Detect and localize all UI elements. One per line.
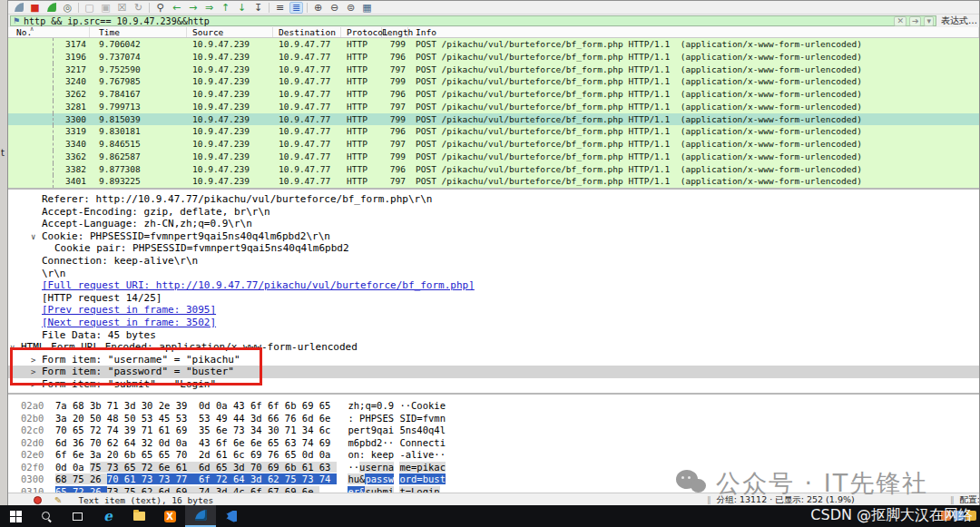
go-bottom-icon[interactable]: ↓ (235, 2, 249, 14)
toolbar-separator (78, 3, 79, 13)
taskbar-xampp-button[interactable]: X (154, 505, 185, 527)
detail-line[interactable]: [Prev request in frame: 3095] (8, 304, 979, 317)
column-no[interactable]: ∧No. (8, 27, 90, 37)
filter-clear-icon[interactable]: ✕ (894, 16, 906, 26)
detail-line[interactable]: \r\n (8, 268, 979, 280)
filter-apply-icon[interactable]: ➔ (909, 16, 922, 26)
packet-row[interactable]: 31969.73707410.9.47.23910.9.47.77HTTP796… (8, 51, 979, 63)
column-info[interactable]: Info (408, 27, 979, 37)
packet-row[interactable]: 33009.81503910.9.47.23910.9.47.77HTTP799… (8, 113, 979, 126)
detail-text[interactable]: [Prev request in frame: 3095] (42, 304, 216, 316)
start-capture-icon[interactable] (12, 2, 25, 14)
system-tray[interactable] (941, 511, 976, 521)
open-file-icon[interactable]: ▢ (83, 2, 96, 14)
status-bar: ✎ Text item (text), 16 bytes ‖分组: 13112 … (8, 493, 979, 506)
save-file-icon[interactable]: ▣ (99, 2, 113, 14)
stop-capture-icon[interactable]: ■ (28, 2, 42, 14)
hex-row[interactable]: 02d0 6d 36 70 62 64 32 0d 0a 43 6f 6e 6e… (21, 437, 979, 450)
packet-row[interactable]: 33629.86258710.9.47.23910.9.47.77HTTP799… (8, 151, 979, 163)
autoscroll-icon[interactable]: ≣ (289, 2, 303, 14)
hex-row[interactable]: 02b0 3a 20 50 48 50 53 45 53 53 49 44 3d… (21, 413, 979, 425)
detail-line[interactable]: >Form item: "password" = "buster" (8, 366, 979, 378)
expander-icon[interactable]: > (31, 379, 42, 392)
packet-row[interactable]: 33829.87730810.9.47.23910.9.47.77HTTP796… (8, 163, 979, 176)
detail-text: Referer: http://10.9.47.77/pikachu/vul/b… (42, 193, 432, 205)
expander-icon[interactable]: > (31, 366, 42, 379)
hex-row[interactable]: 0300 68 75 26 70 61 73 73 77 6f 72 64 3d… (21, 473, 979, 486)
packet-row[interactable]: 32629.78416710.9.47.23910.9.47.77HTTP796… (8, 88, 979, 101)
find-packet-icon[interactable]: ⚲ (153, 2, 167, 14)
taskbar-wireshark-button[interactable] (185, 505, 216, 527)
tray-icon-1[interactable] (941, 511, 951, 521)
capture-options-icon[interactable]: ◎ (61, 2, 74, 14)
packet-row[interactable]: 32819.79971310.9.47.23910.9.47.77HTTP797… (8, 101, 979, 113)
expander-icon[interactable]: ∨ (10, 342, 21, 355)
packet-row[interactable]: 33199.83018110.9.47.23910.9.47.77HTTP796… (8, 125, 979, 138)
tray-icon-2[interactable] (954, 511, 964, 521)
colorize-icon[interactable]: ≡ (273, 2, 287, 14)
zoom-in-icon[interactable]: ⊕ (311, 2, 325, 14)
display-filter-input[interactable] (24, 16, 891, 26)
hex-row[interactable]: 02f0 0d 0a 75 73 65 72 6e 61 6d 65 3d 70… (21, 462, 979, 474)
filter-dropdown-icon[interactable]: ▾ (924, 16, 934, 26)
column-source[interactable]: Source (187, 27, 273, 37)
detail-text[interactable]: [Next request in frame: 3502] (42, 317, 216, 328)
detail-line[interactable]: [Next request in frame: 3502] (8, 317, 979, 329)
hex-row[interactable]: 0310 65 72 26 73 75 62 6d 69 74 3d 4c 6f… (21, 486, 979, 493)
go-back-icon[interactable]: ← (170, 2, 183, 14)
go-last-icon[interactable]: ↧ (251, 2, 265, 14)
detail-line[interactable]: File Data: 45 bytes (8, 329, 979, 342)
detail-line[interactable]: [HTTP request 14/25] (8, 292, 979, 305)
hex-row[interactable]: 02c0 70 65 72 74 39 71 61 69 35 6e 73 34… (21, 425, 979, 437)
capture-comment-icon[interactable]: ✎ (54, 495, 62, 505)
detail-line[interactable]: [Full request URI: http://10.9.47.77/pik… (8, 279, 979, 292)
column-length[interactable]: Length (382, 27, 408, 37)
restart-capture-icon[interactable] (44, 2, 58, 14)
detail-line[interactable]: >Form item: "username" = "pikachu" (8, 354, 979, 366)
tray-icon-3[interactable] (966, 511, 976, 521)
expression-button[interactable]: 表达式… (941, 15, 977, 27)
packet-row[interactable]: 32179.75259010.9.47.23910.9.47.77HTTP797… (8, 63, 979, 76)
detail-line[interactable]: Cookie pair: PHPSESSID=fvmnpert9qai5ns40… (8, 242, 979, 255)
taskbar-search-button[interactable] (31, 505, 62, 527)
zoom-reset-icon[interactable]: ⊜ (344, 2, 358, 14)
packet-row[interactable]: 31749.70604210.9.47.23910.9.47.77HTTP799… (8, 38, 979, 51)
packet-row[interactable]: 33409.84651510.9.47.23910.9.47.77HTTP797… (8, 138, 979, 151)
hex-dump-pane[interactable]: 02a0 7a 68 3b 71 3d 30 2e 39 0d 0a 43 6f… (8, 393, 979, 493)
zoom-out-icon[interactable]: ⊖ (328, 2, 341, 14)
start-button[interactable] (0, 505, 31, 527)
column-time[interactable]: Time (90, 27, 187, 37)
task-view-button[interactable] (62, 505, 93, 527)
detail-text[interactable]: [Full request URI: http://10.9.47.77/pik… (42, 279, 475, 291)
wireshark-window: ■◎▢▣☒↻⚲←→⇒↑↓↧≡≣⊕⊖⊜▦ ⚑ ✕ ➔ ▾ 表达式… ∧No. Ti… (7, 0, 980, 505)
taskbar-vscode-button[interactable] (216, 505, 247, 527)
detail-line[interactable]: >Form item: "submit" = "Login" (8, 378, 979, 391)
expander-icon[interactable]: > (31, 355, 42, 367)
detail-line[interactable]: Connection: keep-alive\r\n (8, 255, 979, 268)
detail-line[interactable]: Accept-Language: zh-CN,zh;q=0.9\r\n (8, 218, 979, 230)
taskbar-explorer-button[interactable] (123, 505, 154, 527)
hex-row[interactable]: 02a0 7a 68 3b 71 3d 30 2e 39 0d 0a 43 6f… (21, 400, 979, 413)
column-protocol[interactable]: Protocol (341, 27, 382, 37)
column-destination[interactable]: Destination (273, 27, 341, 37)
reload-file-icon[interactable]: ↻ (132, 2, 145, 14)
expander-icon[interactable]: ∨ (31, 231, 42, 244)
go-forward-icon[interactable]: → (186, 2, 200, 14)
go-top-icon[interactable]: ↑ (219, 2, 232, 14)
filter-bookmark-icon[interactable]: ⚑ (13, 16, 20, 25)
close-file-icon[interactable]: ☒ (115, 2, 129, 14)
packet-row[interactable]: 34019.89322510.9.47.23910.9.47.77HTTP797… (8, 175, 979, 188)
hex-row[interactable]: 02e0 6f 6e 3a 20 6b 65 65 70 2d 61 6c 69… (21, 449, 979, 462)
windows-taskbar: e X (0, 505, 980, 527)
detail-line[interactable]: Referer: http://10.9.47.77/pikachu/vul/b… (8, 193, 979, 206)
taskbar-ie-button[interactable]: e (93, 505, 123, 527)
detail-line[interactable]: ∨HTML Form URL Encoded: application/x-ww… (8, 341, 979, 354)
detail-line[interactable]: ∨Cookie: PHPSESSID=fvmnpert9qai5ns40q4lm… (8, 230, 979, 243)
profile-status[interactable]: ‖配置: (945, 494, 979, 506)
display-filter-field[interactable]: ⚑ ✕ ➔ ▾ (10, 15, 936, 26)
go-to-packet-icon[interactable]: ⇒ (202, 2, 216, 14)
resize-columns-icon[interactable]: ▦ (360, 2, 374, 14)
packet-row[interactable]: 32409.76798510.9.47.23910.9.47.77HTTP799… (8, 75, 979, 88)
detail-line[interactable]: Accept-Encoding: gzip, deflate, br\r\n (8, 206, 979, 219)
expert-info-icon[interactable] (34, 496, 42, 504)
